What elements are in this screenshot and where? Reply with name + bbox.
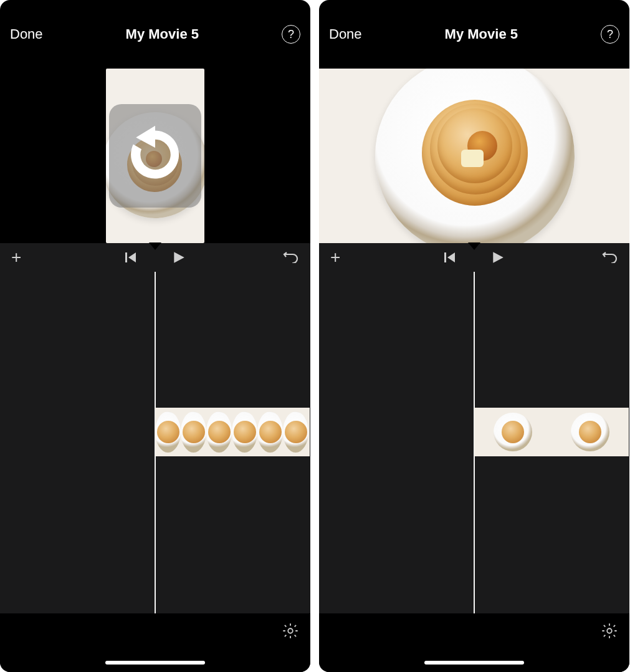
svg-rect-0: [125, 252, 127, 262]
video-clip[interactable]: [155, 408, 310, 456]
plate-image: [375, 69, 575, 243]
playhead-notch: [468, 242, 480, 250]
topbar: Done My Movie 5 ?: [0, 0, 310, 69]
project-title: My Movie 5: [362, 26, 601, 42]
svg-point-1: [288, 628, 292, 633]
timeline[interactable]: [319, 272, 629, 613]
playback-controls: +: [319, 243, 629, 272]
undo-button[interactable]: [602, 249, 618, 266]
preview-canvas-portrait: [106, 69, 204, 243]
preview-canvas-landscape: [319, 69, 629, 243]
svg-rect-2: [444, 252, 446, 262]
clip-thumbnail: [551, 408, 629, 456]
play-button[interactable]: [491, 251, 505, 264]
undo-button[interactable]: [283, 249, 299, 266]
bottom-bar: [319, 613, 629, 672]
done-button[interactable]: Done: [329, 26, 362, 42]
phone-left: Done My Movie 5 ? +: [0, 0, 310, 672]
add-media-button[interactable]: +: [330, 247, 340, 267]
video-preview[interactable]: [319, 69, 629, 243]
done-button[interactable]: Done: [10, 26, 43, 42]
clip-thumbnail: [283, 408, 308, 456]
clip-thumbnail: [232, 408, 257, 456]
topbar: Done My Movie 5 ?: [319, 0, 629, 69]
phone-right: Done My Movie 5 ? +: [319, 0, 629, 672]
video-preview[interactable]: [0, 69, 310, 243]
bottom-bar: [0, 613, 310, 672]
home-indicator[interactable]: [424, 661, 524, 665]
skip-to-start-button[interactable]: [444, 251, 456, 264]
help-button[interactable]: ?: [601, 25, 619, 44]
home-indicator[interactable]: [105, 661, 205, 665]
skip-to-start-button[interactable]: [125, 251, 137, 264]
svg-point-3: [607, 628, 611, 633]
project-title: My Movie 5: [43, 26, 282, 42]
clip-thumbnail: [181, 408, 206, 456]
video-clip[interactable]: [474, 408, 629, 456]
clip-thumbnail: [257, 408, 283, 456]
timeline[interactable]: [0, 272, 310, 613]
play-button[interactable]: [172, 251, 186, 264]
playhead-notch: [149, 242, 161, 250]
settings-button[interactable]: [601, 622, 618, 640]
clip-thumbnail: [206, 408, 232, 456]
clip-thumbnail: [155, 408, 181, 456]
playback-controls: +: [0, 243, 310, 272]
add-media-button[interactable]: +: [11, 247, 21, 267]
rotate-indicator-overlay: [109, 104, 201, 208]
clip-thumbnail: [474, 408, 551, 456]
settings-button[interactable]: [282, 622, 299, 640]
rotate-ccw-icon: [121, 120, 189, 191]
help-button[interactable]: ?: [282, 25, 300, 44]
